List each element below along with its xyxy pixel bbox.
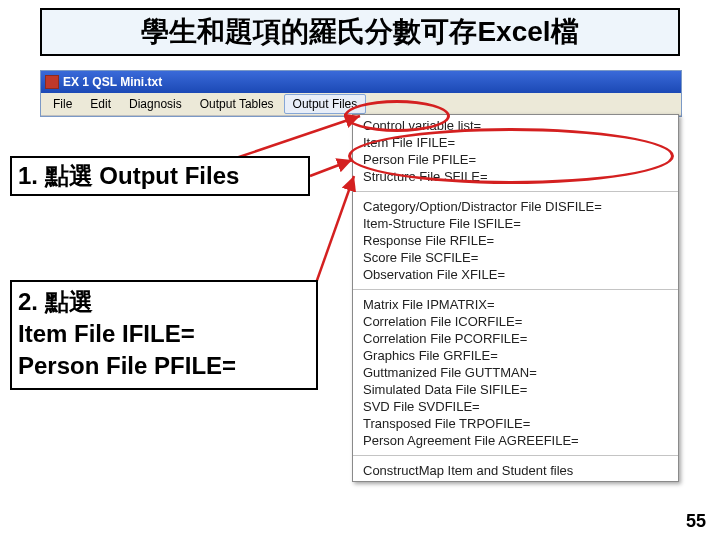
dropdown-separator — [353, 191, 678, 192]
menu-item-rfile[interactable]: Response File RFILE= — [363, 232, 668, 249]
menu-item-agreefile[interactable]: Person Agreement File AGREEFILE= — [363, 432, 668, 449]
callout-step-2-line2: Item File IFILE= — [18, 318, 310, 350]
menu-item-grfile[interactable]: Graphics File GRFILE= — [363, 347, 668, 364]
callout-step-2-line1: 2. 點選 — [18, 286, 310, 318]
menu-output-tables[interactable]: Output Tables — [192, 95, 282, 113]
menu-item-constructmap[interactable]: ConstructMap Item and Student files — [363, 462, 668, 479]
menu-file[interactable]: File — [45, 95, 80, 113]
menu-item-isfile[interactable]: Item-Structure File ISFILE= — [363, 215, 668, 232]
app-icon — [45, 75, 59, 89]
callout-step-1: 1. 點選 Output Files — [10, 156, 310, 196]
slide-title: 學生和題項的羅氏分數可存Excel檔 — [40, 8, 680, 56]
menu-item-pcorfile[interactable]: Correlation File PCORFILE= — [363, 330, 668, 347]
dropdown-separator — [353, 289, 678, 290]
menu-item-guttman[interactable]: Guttmanized File GUTTMAN= — [363, 364, 668, 381]
dropdown-group-2: Category/Option/Distractor File DISFILE=… — [353, 196, 678, 285]
svg-line-0 — [230, 116, 360, 160]
menu-item-scfile[interactable]: Score File SCFILE= — [363, 249, 668, 266]
dropdown-separator — [353, 455, 678, 456]
window-title-text: EX 1 QSL Mini.txt — [63, 75, 162, 89]
menu-item-icorfile[interactable]: Correlation File ICORFILE= — [363, 313, 668, 330]
highlight-ellipse-items — [348, 128, 674, 184]
menu-item-svdfile[interactable]: SVD File SVDFILE= — [363, 398, 668, 415]
dropdown-group-3: Matrix File IPMATRIX= Correlation File I… — [353, 294, 678, 451]
menu-item-disfile[interactable]: Category/Option/Distractor File DISFILE= — [363, 198, 668, 215]
callout-step-2-line3: Person File PFILE= — [18, 350, 310, 382]
menu-diagnosis[interactable]: Diagnosis — [121, 95, 190, 113]
menu-item-sifile[interactable]: Simulated Data File SIFILE= — [363, 381, 668, 398]
svg-line-1 — [310, 160, 352, 176]
callout-step-2: 2. 點選 Item File IFILE= Person File PFILE… — [10, 280, 318, 390]
page-number: 55 — [686, 511, 706, 532]
menu-item-trpofile[interactable]: Transposed File TRPOFILE= — [363, 415, 668, 432]
menu-item-ipmatrix[interactable]: Matrix File IPMATRIX= — [363, 296, 668, 313]
window-titlebar: EX 1 QSL Mini.txt — [41, 71, 681, 93]
highlight-ellipse-menu — [344, 100, 450, 132]
menu-edit[interactable]: Edit — [82, 95, 119, 113]
menu-item-xfile[interactable]: Observation File XFILE= — [363, 266, 668, 283]
dropdown-group-4: ConstructMap Item and Student files — [353, 460, 678, 481]
